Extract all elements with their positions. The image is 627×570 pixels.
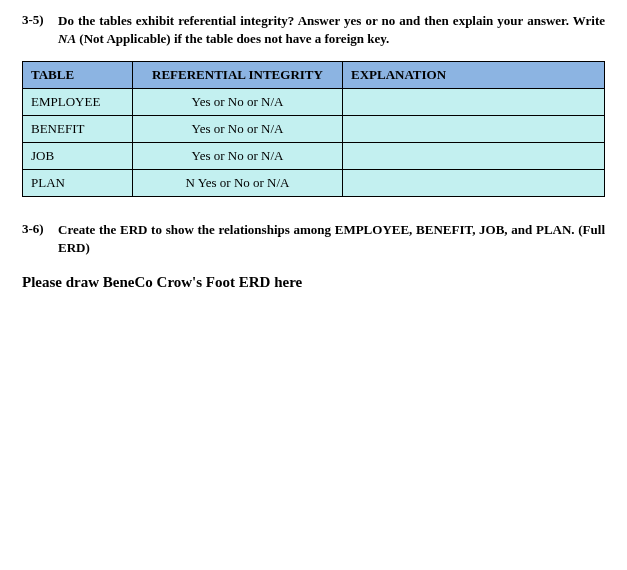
q35-text-pre: Do the tables exhibit referential integr… [58, 13, 605, 28]
cell-table-name: BENEFIT [23, 116, 133, 143]
cell-table-name: PLAN [23, 170, 133, 197]
cell-explanation [343, 170, 605, 197]
q35-na: NA [58, 31, 76, 46]
question-3-6: 3-6) Create the ERD to show the relation… [22, 221, 605, 256]
q35-text-post: (Not Applicable) if the table does not h… [76, 31, 389, 46]
cell-table-name: JOB [23, 143, 133, 170]
table-row: JOB Yes or No or N/A [23, 143, 605, 170]
cell-explanation [343, 89, 605, 116]
cell-table-name: EMPLOYEE [23, 89, 133, 116]
header-explanation: EXPLANATION [343, 62, 605, 89]
table-row: BENEFIT Yes or No or N/A [23, 116, 605, 143]
referential-integrity-table: TABLE REFERENTIAL INTEGRITY EXPLANATION … [22, 61, 605, 197]
question-3-5: 3-5) Do the tables exhibit referential i… [22, 12, 605, 47]
cell-ri: Yes or No or N/A [133, 116, 343, 143]
cell-explanation [343, 116, 605, 143]
header-table: TABLE [23, 62, 133, 89]
header-ri: REFERENTIAL INTEGRITY [133, 62, 343, 89]
question-number-3-5: 3-5) [22, 12, 58, 47]
table-header-row: TABLE REFERENTIAL INTEGRITY EXPLANATION [23, 62, 605, 89]
cell-explanation [343, 143, 605, 170]
cell-ri: N Yes or No or N/A [133, 170, 343, 197]
cell-ri: Yes or No or N/A [133, 143, 343, 170]
question-text-3-5: Do the tables exhibit referential integr… [58, 12, 605, 47]
erd-draw-prompt: Please draw BeneCo Crow's Foot ERD here [22, 274, 605, 291]
table-row: PLAN N Yes or No or N/A [23, 170, 605, 197]
cell-ri: Yes or No or N/A [133, 89, 343, 116]
table-row: EMPLOYEE Yes or No or N/A [23, 89, 605, 116]
question-number-3-6: 3-6) [22, 221, 58, 256]
question-text-3-6: Create the ERD to show the relationships… [58, 221, 605, 256]
